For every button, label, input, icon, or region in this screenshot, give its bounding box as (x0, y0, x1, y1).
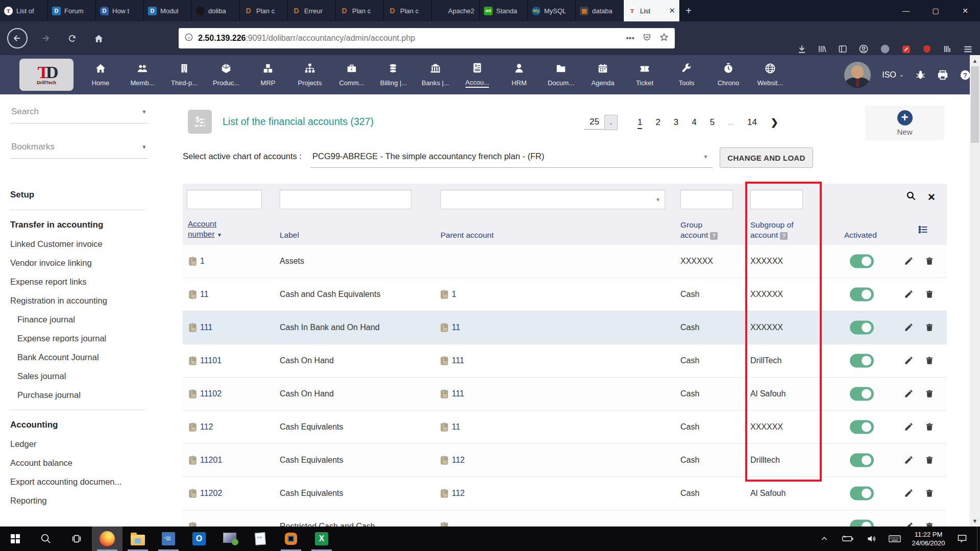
tray-hidden-icons[interactable] (813, 527, 836, 551)
edit-pencil-icon[interactable] (904, 356, 914, 366)
sidebar-item-vendor-invoice-linking[interactable]: Vendor invoice linking (10, 254, 153, 272)
scroll-up-arrow[interactable]: ▲ (970, 56, 980, 65)
account-icon[interactable] (859, 44, 869, 54)
browser-tab-plan-c[interactable]: DPlan c (336, 0, 384, 21)
edit-pencil-icon[interactable] (904, 455, 914, 465)
clear-filter-icon[interactable]: ✕ (927, 191, 936, 203)
delete-trash-icon[interactable] (925, 389, 934, 399)
browser-tab-list-of[interactable]: TList of (0, 0, 48, 21)
delete-trash-icon[interactable] (925, 289, 934, 299)
topnav-item-memb[interactable]: Memb... (121, 55, 163, 94)
topnav-item-agenda[interactable]: Agenda (582, 55, 624, 94)
next-page-button[interactable]: ❯ (771, 117, 778, 128)
tray-volume-icon[interactable] (860, 527, 883, 551)
delete-trash-icon[interactable] (925, 256, 934, 266)
sidebar-item-expense-report-links[interactable]: Expense report links (10, 272, 153, 291)
delete-trash-icon[interactable] (925, 488, 934, 498)
account-number-link[interactable]: N11201 (189, 456, 222, 465)
help-icon[interactable]: ? (960, 69, 971, 81)
bookmarks-input[interactable]: Bookmarks▼ (10, 137, 148, 159)
library-icon[interactable] (818, 44, 827, 54)
tray-keyboard-icon[interactable] (883, 527, 906, 551)
page-link-5[interactable]: 5 (710, 117, 715, 127)
forward-button[interactable] (37, 30, 54, 47)
page-actions-icon[interactable]: ••• (626, 34, 634, 43)
browser-tab-standa[interactable]: intStanda (480, 0, 528, 21)
topnav-item-projects[interactable]: Projects (289, 55, 331, 94)
taskbar-file-explorer[interactable] (122, 527, 153, 551)
drilltech-logo[interactable]: TD DrillTech (19, 59, 74, 91)
delete-trash-icon[interactable] (925, 422, 934, 432)
account-number-link[interactable]: N11102 (189, 389, 222, 398)
sidebar-section-setup[interactable]: Setup (10, 185, 153, 205)
adblock-shield-icon[interactable] (922, 44, 932, 54)
page-size-select[interactable]: ⌄ (604, 115, 618, 130)
page-link-2[interactable]: 2 (655, 117, 660, 127)
taskbar-link-app[interactable] (276, 527, 306, 551)
account-number-link[interactable]: N112 (189, 422, 213, 432)
taskbar-clock[interactable]: 11:22 PM24/06/2020 (906, 530, 950, 547)
page-link-last[interactable]: 14 (747, 117, 757, 128)
debug-bug-icon[interactable] (915, 69, 926, 80)
sidebar-item-linked-customer-invoice[interactable]: Linked Customer invoice (10, 235, 153, 254)
sidebar-item-bank-account-journal[interactable]: Bank Account Journal (10, 348, 153, 367)
browser-tab-doliba[interactable]: doliba (192, 0, 240, 21)
delete-trash-icon[interactable] (925, 521, 934, 527)
topnav-item-hrm[interactable]: HRM (498, 55, 540, 94)
sidebar-section-transfer-in-accounting[interactable]: Transfer in accounting (10, 215, 153, 235)
minimize-button[interactable]: — (891, 0, 921, 21)
show-desktop-button[interactable] (977, 527, 980, 551)
tray-battery-icon[interactable] (836, 527, 860, 551)
scrollbar-thumb[interactable] (971, 66, 979, 143)
topnav-item-home[interactable]: Home (80, 55, 121, 94)
new-tab-button[interactable]: + (680, 0, 697, 21)
back-button[interactable] (7, 28, 28, 48)
action-center-icon[interactable] (950, 527, 974, 551)
taskbar-notepad[interactable] (245, 527, 276, 551)
pocket-icon[interactable] (643, 33, 651, 44)
browser-tab-erreur[interactable]: DErreur (288, 0, 336, 21)
sidebar-item-ledger[interactable]: Ledger (10, 435, 153, 454)
taskbar-excel[interactable]: X (306, 527, 337, 551)
topnav-item-chrono[interactable]: Chrono (707, 55, 749, 94)
account-number-link[interactable]: N1 (189, 257, 205, 266)
col-subgroup-account[interactable]: Subgroup of account? (750, 220, 806, 240)
activated-toggle[interactable] (850, 321, 874, 335)
delete-trash-icon[interactable] (925, 455, 934, 465)
activated-toggle[interactable] (850, 288, 874, 302)
topnav-item-mrp[interactable]: MRP (247, 55, 289, 94)
select-columns-icon[interactable] (918, 224, 928, 237)
account-number-link[interactable]: N (189, 522, 197, 527)
parent-account-link[interactable]: N1 (440, 290, 456, 299)
browser-tab-forum[interactable]: DForum (48, 0, 96, 21)
sidebar-item-export-accounting-documen-[interactable]: Export accounting documen... (10, 472, 153, 491)
account-number-link[interactable]: N11 (189, 290, 209, 299)
page-link-4[interactable]: 4 (692, 117, 696, 127)
close-button[interactable]: ✕ (950, 0, 980, 21)
screenshot-extension-icon[interactable] (901, 44, 911, 54)
browser-tab-plan-c[interactable]: DPlan c (384, 0, 432, 21)
parent-account-link[interactable]: N11 (440, 422, 460, 432)
topnav-item-banks[interactable]: Banks |... (414, 55, 456, 94)
change-and-load-button[interactable]: CHANGE AND LOAD (720, 147, 813, 168)
apply-filter-search-icon[interactable] (906, 191, 916, 203)
taskbar-search-button[interactable] (31, 527, 61, 551)
browser-tab-apache2-d[interactable]: Apache2 D (432, 0, 480, 21)
account-number-link[interactable]: N111 (189, 323, 212, 332)
sidebar-toggle-icon[interactable] (838, 44, 847, 54)
user-avatar[interactable] (844, 62, 871, 88)
site-info-icon[interactable] (185, 33, 193, 43)
start-button[interactable] (0, 527, 31, 551)
sidebar-item-sales-journal[interactable]: Sales journal (10, 367, 153, 386)
page-link-3[interactable]: 3 (674, 117, 678, 127)
sidebar-item-purchase-journal[interactable]: Purchase journal (10, 386, 153, 405)
taskbar-remote-desktop[interactable] (214, 527, 245, 551)
topnav-item-billing[interactable]: Billing |... (373, 55, 414, 94)
edit-pencil-icon[interactable] (904, 322, 914, 333)
delete-trash-icon[interactable] (925, 356, 934, 366)
page-scrollbar[interactable]: ▲ ▼ (970, 55, 980, 527)
browser-tab-databa[interactable]: ▤databa (576, 0, 624, 21)
activated-toggle[interactable] (850, 354, 874, 368)
taskbar-outlook[interactable]: O (184, 527, 214, 551)
parent-account-link[interactable]: N11 (440, 323, 460, 332)
